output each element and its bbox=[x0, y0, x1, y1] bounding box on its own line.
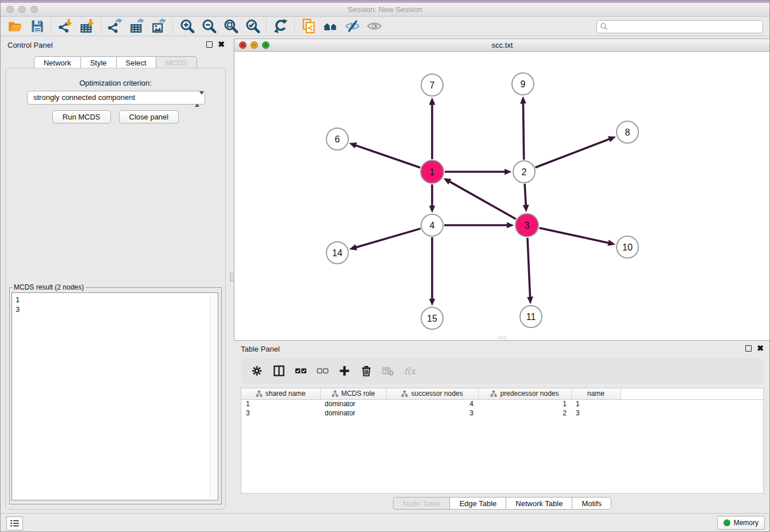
table-panel-tab-node-table[interactable]: Node Table bbox=[393, 497, 451, 510]
edge-2-9[interactable] bbox=[523, 103, 523, 160]
control-panel-tab-select[interactable]: Select bbox=[117, 56, 156, 69]
control-panel-tab-network[interactable]: Network bbox=[34, 56, 81, 69]
column-header-label: name bbox=[587, 390, 605, 398]
node-label: 11 bbox=[526, 312, 536, 322]
column-header-mcds-role[interactable]: MCDS role bbox=[320, 388, 386, 399]
edge-3-1[interactable] bbox=[449, 182, 515, 219]
zoom-fit-button[interactable] bbox=[220, 18, 241, 35]
table-row[interactable]: 1dominator411 bbox=[241, 399, 763, 408]
node-4[interactable]: 4 bbox=[421, 214, 443, 236]
open-session-button[interactable] bbox=[4, 18, 26, 35]
zoom-in-button[interactable] bbox=[176, 18, 198, 35]
export-network-button[interactable] bbox=[104, 18, 126, 35]
table-cell[interactable]: 3 bbox=[571, 408, 621, 418]
mcds-result-textarea[interactable]: 13 bbox=[11, 292, 218, 500]
table-float-panel-icon[interactable] bbox=[745, 345, 752, 352]
show-column-button[interactable] bbox=[270, 362, 288, 380]
node-15[interactable]: 15 bbox=[421, 307, 443, 329]
node-14[interactable]: 14 bbox=[326, 242, 348, 264]
mcds-tab-content: Optimization criterion: strongly connect… bbox=[5, 68, 226, 510]
task-history-button[interactable] bbox=[6, 516, 23, 530]
table-cell[interactable]: 1 bbox=[478, 399, 571, 408]
table-cell[interactable]: 2 bbox=[478, 408, 571, 418]
run-mcds-button[interactable]: Run MCDS bbox=[52, 110, 111, 124]
export-table-icon bbox=[129, 18, 145, 34]
memory-button[interactable]: Memory bbox=[717, 516, 765, 530]
export-table-button[interactable] bbox=[126, 18, 148, 35]
edge-2-8[interactable] bbox=[536, 139, 610, 167]
function-builder-button[interactable]: f(x) bbox=[401, 362, 419, 380]
first-neighbors-button[interactable] bbox=[319, 18, 341, 35]
close-panel-button[interactable]: Close panel bbox=[119, 110, 179, 124]
close-panel-icon[interactable]: ✖ bbox=[218, 41, 225, 48]
node-2[interactable]: 2 bbox=[513, 161, 535, 183]
apply-layout-button[interactable] bbox=[270, 18, 291, 35]
gear-button[interactable] bbox=[248, 362, 266, 380]
zoom-out-button[interactable] bbox=[198, 18, 220, 35]
save-session-button[interactable] bbox=[26, 18, 48, 35]
node-label: 7 bbox=[430, 80, 435, 90]
table-cell[interactable]: 1 bbox=[571, 399, 621, 408]
duplicate-network-button[interactable] bbox=[298, 18, 319, 35]
column-header-predecessor-nodes[interactable]: predecessor nodes bbox=[478, 388, 571, 399]
add-row-button[interactable] bbox=[335, 362, 353, 380]
column-header-filler bbox=[621, 388, 763, 399]
search-input[interactable] bbox=[596, 20, 763, 33]
show-all-button[interactable] bbox=[363, 18, 385, 35]
node-11[interactable]: 11 bbox=[520, 306, 542, 327]
node-3[interactable]: 3 bbox=[515, 214, 538, 237]
table-row[interactable]: 3dominator323 bbox=[241, 408, 763, 418]
application-window: Session: New Session Control Panel ✖ Net… bbox=[0, 0, 770, 532]
toolbar-separator bbox=[51, 19, 51, 34]
network-resize-grip[interactable] bbox=[498, 337, 507, 340]
node-7[interactable]: 7 bbox=[421, 74, 443, 96]
export-image-button[interactable] bbox=[148, 18, 170, 35]
column-header-successor-nodes[interactable]: successor nodes bbox=[386, 388, 478, 399]
tree-icon bbox=[490, 390, 497, 397]
select-all-button[interactable] bbox=[291, 362, 310, 380]
delete-table-button[interactable] bbox=[379, 362, 397, 380]
edge-1-6[interactable] bbox=[356, 145, 420, 168]
control-panel-tab-style[interactable]: Style bbox=[81, 56, 117, 69]
table-cell[interactable]: 1 bbox=[241, 399, 320, 408]
node-1[interactable]: 1 bbox=[421, 160, 444, 183]
table-panel-tab-motifs[interactable]: Motifs bbox=[572, 497, 611, 510]
node-9[interactable]: 9 bbox=[512, 73, 534, 95]
criterion-dropdown[interactable]: strongly connected component bbox=[27, 91, 205, 105]
node-10[interactable]: 10 bbox=[617, 236, 638, 258]
delete-row-button[interactable] bbox=[357, 362, 375, 380]
edge-4-14[interactable] bbox=[356, 229, 421, 248]
first-neighbors-icon bbox=[323, 18, 338, 34]
import-network-button[interactable] bbox=[54, 18, 76, 35]
network-canvas[interactable]: 7968124314101511 bbox=[234, 52, 770, 340]
table-close-panel-icon[interactable]: ✖ bbox=[757, 345, 764, 352]
table-cell[interactable]: 3 bbox=[241, 408, 320, 418]
zoom-selected-button[interactable] bbox=[241, 18, 263, 35]
network-window-titlebar[interactable]: ✕ − + scc.txt bbox=[234, 39, 770, 52]
control-panel-tab-mcds[interactable]: MCDS bbox=[156, 56, 197, 69]
table-panel-tab-edge-table[interactable]: Edge Table bbox=[450, 497, 506, 510]
column-header-name[interactable]: name bbox=[571, 388, 621, 399]
table-cell[interactable]: 3 bbox=[386, 408, 478, 418]
float-panel-icon[interactable] bbox=[206, 41, 213, 48]
column-header-shared-name[interactable]: shared name bbox=[241, 388, 320, 399]
hide-selected-button[interactable] bbox=[341, 18, 363, 35]
table-cell[interactable]: dominator bbox=[320, 399, 386, 408]
node-table: shared nameMCDS rolesuccessor nodesprede… bbox=[241, 388, 764, 494]
import-table-button[interactable] bbox=[76, 18, 98, 35]
deselect-all-button[interactable] bbox=[313, 362, 332, 380]
hide-selected-icon bbox=[345, 18, 360, 34]
node-6[interactable]: 6 bbox=[326, 128, 348, 150]
import-table-icon bbox=[79, 18, 95, 34]
table-cell[interactable]: dominator bbox=[320, 408, 386, 418]
network-graph: 7968124314101511 bbox=[234, 52, 770, 340]
table-panel-tab-network-table[interactable]: Network Table bbox=[506, 497, 572, 510]
mcds-result-scrollbar[interactable] bbox=[210, 294, 217, 499]
table-cell[interactable]: 4 bbox=[386, 399, 478, 408]
edge-2-3[interactable] bbox=[525, 184, 526, 205]
duplicate-network-icon bbox=[301, 18, 317, 34]
edge-3-10[interactable] bbox=[539, 228, 608, 243]
edge-3-11[interactable] bbox=[528, 238, 530, 297]
export-image-icon bbox=[151, 18, 167, 34]
node-8[interactable]: 8 bbox=[617, 121, 638, 143]
